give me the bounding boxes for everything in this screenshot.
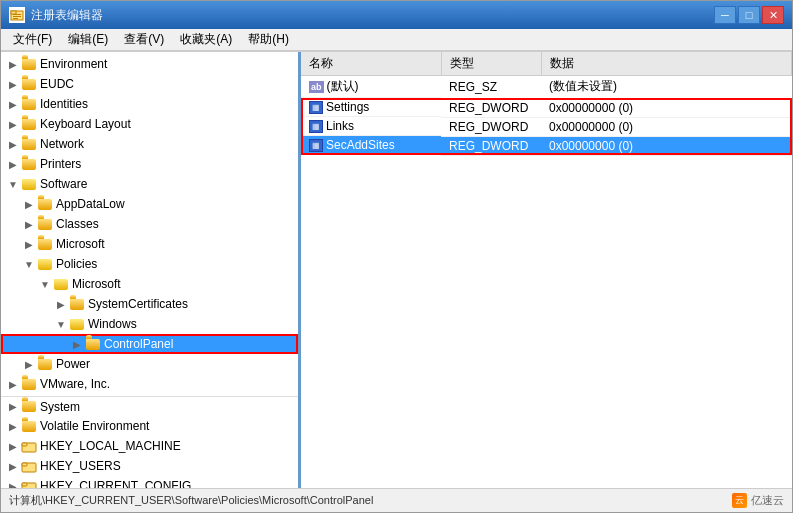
expander-microsoft-l3[interactable]: ▼ xyxy=(37,276,53,292)
maximize-button[interactable]: □ xyxy=(738,6,760,24)
folder-icon-microsoft-l3 xyxy=(53,276,69,292)
expander-environment[interactable]: ▶ xyxy=(5,56,21,72)
tree-item-controlpanel[interactable]: ▶ ControlPanel xyxy=(1,334,298,354)
tree-label-controlpanel: ControlPanel xyxy=(104,337,173,351)
folder-icon-keyboard-layout xyxy=(21,116,37,132)
values-header: 名称 类型 数据 xyxy=(301,52,792,76)
tree-label-power: Power xyxy=(56,357,90,371)
tree-item-windows[interactable]: ▼ Windows xyxy=(1,314,298,334)
tree-item-eudc[interactable]: ▶ EUDC xyxy=(1,74,298,94)
tree-label-policies: Policies xyxy=(56,257,97,271)
tree-label-software: Software xyxy=(40,177,87,191)
expander-eudc[interactable]: ▶ xyxy=(5,76,21,92)
cell-name: ab (默认) xyxy=(301,76,441,98)
tree-label-eudc: EUDC xyxy=(40,77,74,91)
expander-hkcc[interactable]: ▶ xyxy=(5,478,21,488)
expander-power[interactable]: ▶ xyxy=(21,356,37,372)
expander-classes[interactable]: ▶ xyxy=(21,216,37,232)
expander-volatile-env[interactable]: ▶ xyxy=(5,418,21,434)
values-body: ab (默认) REG_SZ (数值未设置) ▦ Settings REG_ xyxy=(301,76,792,156)
expander-windows[interactable]: ▼ xyxy=(53,316,69,332)
tree-item-power[interactable]: ▶ Power xyxy=(1,354,298,374)
expander-keyboard-layout[interactable]: ▶ xyxy=(5,116,21,132)
value-icon-reg-sec: ▦ xyxy=(309,139,323,152)
expander-identities[interactable]: ▶ xyxy=(5,96,21,112)
tree-item-volatile-env[interactable]: ▶ Volatile Environment xyxy=(1,416,298,436)
folder-icon-microsoft-l2 xyxy=(37,236,53,252)
tree-label-printers: Printers xyxy=(40,157,81,171)
expander-hklm[interactable]: ▶ xyxy=(5,438,21,454)
value-name-links: Links xyxy=(326,119,354,133)
expander-network[interactable]: ▶ xyxy=(5,136,21,152)
tree-item-keyboard-layout[interactable]: ▶ Keyboard Layout xyxy=(1,114,298,134)
tree-item-systemcerts[interactable]: ▶ SystemCertificates xyxy=(1,294,298,314)
table-row[interactable]: ▦ Links REG_DWORD 0x00000000 (0) xyxy=(301,117,792,136)
tree-item-microsoft-l3[interactable]: ▼ Microsoft xyxy=(1,274,298,294)
menu-file[interactable]: 文件(F) xyxy=(5,29,60,50)
tree-label-hku: HKEY_USERS xyxy=(40,459,121,473)
table-row[interactable]: ab (默认) REG_SZ (数值未设置) xyxy=(301,76,792,99)
expander-system[interactable]: ▶ xyxy=(5,399,21,415)
tree-item-network[interactable]: ▶ Network xyxy=(1,134,298,154)
expander-software[interactable]: ▼ xyxy=(5,176,21,192)
expander-systemcerts[interactable]: ▶ xyxy=(53,296,69,312)
folder-icon-hklm xyxy=(21,438,37,454)
value-name-default: (默认) xyxy=(327,78,359,95)
watermark-logo: 云 xyxy=(732,493,747,508)
tree-label-hkcc: HKEY_CURRENT_CONFIG xyxy=(40,479,191,488)
folder-icon-identities xyxy=(21,96,37,112)
expander-microsoft-l2[interactable]: ▶ xyxy=(21,236,37,252)
tree-label-hklm: HKEY_LOCAL_MACHINE xyxy=(40,439,181,453)
folder-icon-environment xyxy=(21,56,37,72)
minimize-button[interactable]: ─ xyxy=(714,6,736,24)
tree-label-keyboard-layout: Keyboard Layout xyxy=(40,117,131,131)
expander-printers[interactable]: ▶ xyxy=(5,156,21,172)
col-data: 数据 xyxy=(541,52,792,76)
tree-item-hku[interactable]: ▶ HKEY_USERS xyxy=(1,456,298,476)
app-icon xyxy=(9,7,25,23)
col-type: 类型 xyxy=(441,52,541,76)
menu-favorites[interactable]: 收藏夹(A) xyxy=(172,29,240,50)
watermark: 云 亿速云 xyxy=(732,493,784,508)
expander-controlpanel[interactable]: ▶ xyxy=(69,336,85,352)
expander-hku[interactable]: ▶ xyxy=(5,458,21,474)
folder-icon-power xyxy=(37,356,53,372)
tree-item-classes[interactable]: ▶ Classes xyxy=(1,214,298,234)
close-button[interactable]: ✕ xyxy=(762,6,784,24)
tree-label-identities: Identities xyxy=(40,97,88,111)
menu-edit[interactable]: 编辑(E) xyxy=(60,29,116,50)
svg-rect-1 xyxy=(11,11,16,14)
menu-view[interactable]: 查看(V) xyxy=(116,29,172,50)
registry-values-panel[interactable]: 名称 类型 数据 ab (默认) REG_SZ (数值未设置) xyxy=(301,52,792,488)
tree-item-identities[interactable]: ▶ Identities xyxy=(1,94,298,114)
window-controls: ─ □ ✕ xyxy=(714,6,784,24)
expander-vmware[interactable]: ▶ xyxy=(5,376,21,392)
folder-icon-policies xyxy=(37,256,53,272)
menu-help[interactable]: 帮助(H) xyxy=(240,29,297,50)
tree-label-environment: Environment xyxy=(40,57,107,71)
tree-label-windows: Windows xyxy=(88,317,137,331)
table-row[interactable]: ▦ Settings REG_DWORD 0x00000000 (0) xyxy=(301,98,792,117)
tree-item-policies[interactable]: ▼ Policies xyxy=(1,254,298,274)
tree-item-appdatalow[interactable]: ▶ AppDataLow xyxy=(1,194,298,214)
tree-item-microsoft-l2[interactable]: ▶ Microsoft xyxy=(1,234,298,254)
tree-item-environment[interactable]: ▶ Environment xyxy=(1,54,298,74)
folder-icon-volatile-env xyxy=(21,418,37,434)
tree-item-software[interactable]: ▼ Software xyxy=(1,174,298,194)
expander-policies[interactable]: ▼ xyxy=(21,256,37,272)
cell-type-secaddsites: REG_DWORD xyxy=(441,136,541,155)
expander-appdatalow[interactable]: ▶ xyxy=(21,196,37,212)
tree-item-printers[interactable]: ▶ Printers xyxy=(1,154,298,174)
tree-item-vmware[interactable]: ▶ VMware, Inc. xyxy=(1,374,298,394)
tree-item-hkcc[interactable]: ▶ HKEY_CURRENT_CONFIG xyxy=(1,476,298,488)
svg-rect-10 xyxy=(22,483,27,486)
registry-tree[interactable]: ▶ Environment ▶ EUDC ▶ Identi xyxy=(1,52,301,488)
table-row[interactable]: ▦ SecAddSites REG_DWORD 0x00000000 (0) xyxy=(301,136,792,155)
value-icon-reg-settings: ▦ xyxy=(309,101,323,114)
tree-item-system[interactable]: ▶ System xyxy=(1,396,298,416)
tree-item-hklm[interactable]: ▶ HKEY_LOCAL_MACHINE xyxy=(1,436,298,456)
cell-name-settings: ▦ Settings xyxy=(301,98,441,117)
status-path: 计算机\HKEY_CURRENT_USER\Software\Policies\… xyxy=(9,493,373,508)
svg-rect-3 xyxy=(13,16,21,17)
value-icon-ab: ab xyxy=(309,81,324,93)
